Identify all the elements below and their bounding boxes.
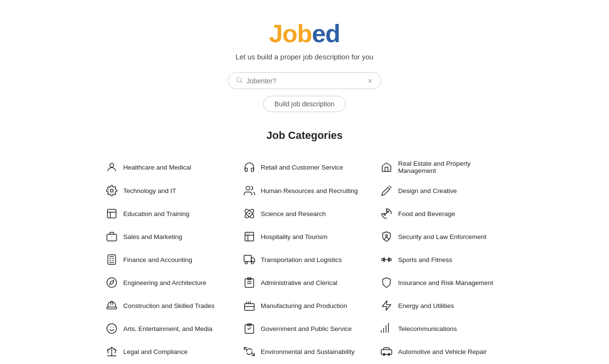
shield-icon xyxy=(380,276,393,289)
category-item-sales[interactable]: Sales and Marketing xyxy=(98,225,236,248)
hard-hat-icon xyxy=(105,299,118,312)
svg-rect-40 xyxy=(245,304,254,310)
svg-point-9 xyxy=(249,213,250,214)
category-item-government[interactable]: Government and Public Service xyxy=(236,317,374,340)
category-item-hr[interactable]: Human Resources and Recruiting xyxy=(236,179,374,202)
lightning-icon xyxy=(380,299,393,312)
svg-rect-51 xyxy=(381,350,392,354)
categories-title: Job Categories xyxy=(267,129,343,142)
clipboard-check-icon xyxy=(243,322,256,335)
book-icon xyxy=(105,207,118,220)
category-label-construction: Construction and Skilled Trades xyxy=(123,302,215,309)
category-item-engineering[interactable]: Engineering and Architecture xyxy=(98,271,236,294)
category-label-legal: Legal and Compliance xyxy=(123,348,187,355)
svg-point-28 xyxy=(251,262,254,264)
building-icon xyxy=(243,230,256,243)
truck-icon xyxy=(243,253,256,266)
logo: Jobed xyxy=(269,19,340,48)
gear-icon xyxy=(105,184,118,197)
category-item-arts[interactable]: Arts, Entertainment, and Media xyxy=(98,317,236,340)
category-item-design[interactable]: Design and Creative xyxy=(373,179,511,202)
category-label-engineering: Engineering and Architecture xyxy=(123,279,206,286)
clear-icon[interactable]: ✕ xyxy=(367,77,373,85)
dumbbell-icon xyxy=(380,253,393,266)
category-item-transport[interactable]: Transportation and Logistics xyxy=(236,248,374,271)
logo-bed: ed xyxy=(312,20,340,47)
category-item-energy[interactable]: Energy and Utilities xyxy=(373,294,511,317)
category-item-science[interactable]: Science and Research xyxy=(236,202,374,225)
svg-point-10 xyxy=(384,214,386,216)
category-label-government: Government and Public Service xyxy=(261,325,352,332)
search-input[interactable] xyxy=(246,77,367,85)
svg-point-34 xyxy=(107,278,117,287)
category-label-transport: Transportation and Logistics xyxy=(261,256,342,263)
category-label-science: Science and Research xyxy=(261,210,326,217)
signal-icon xyxy=(380,322,393,335)
svg-line-5 xyxy=(389,186,391,188)
svg-point-42 xyxy=(107,324,117,333)
build-description-button[interactable]: Build job description xyxy=(263,96,345,112)
atom-icon xyxy=(243,207,256,220)
compass-icon xyxy=(105,276,118,289)
search-bar: ✕ xyxy=(228,72,381,89)
svg-point-11 xyxy=(387,211,389,213)
category-label-security: Security and Law Enforcement xyxy=(398,233,486,240)
shield-person-icon xyxy=(380,230,393,243)
category-label-food: Food and Beverage xyxy=(398,210,455,217)
category-item-technology[interactable]: Technology and IT xyxy=(98,179,236,202)
svg-marker-35 xyxy=(110,281,114,284)
category-label-sales: Sales and Marketing xyxy=(123,233,182,240)
category-label-admin: Administrative and Clerical xyxy=(261,279,338,286)
category-label-energy: Energy and Utilities xyxy=(398,302,454,309)
category-label-realestate: Real Estate and Property Management xyxy=(398,160,504,174)
svg-rect-18 xyxy=(108,255,116,264)
house-icon xyxy=(380,160,393,174)
category-label-arts: Arts, Entertainment, and Media xyxy=(123,325,212,332)
svg-point-3 xyxy=(110,189,113,192)
category-item-insurance[interactable]: Insurance and Risk Management xyxy=(373,271,511,294)
calculator-icon xyxy=(105,253,118,266)
logo-job: Job xyxy=(269,20,312,47)
person-circle-icon xyxy=(105,160,118,174)
clipboard-icon xyxy=(243,276,256,289)
svg-rect-12 xyxy=(107,234,117,241)
category-label-manufacturing: Manufacturing and Production xyxy=(261,302,347,309)
category-item-finance[interactable]: Finance and Accounting xyxy=(98,248,236,271)
category-label-sports: Sports and Fitness xyxy=(398,256,452,263)
category-item-sports[interactable]: Sports and Fitness xyxy=(373,248,511,271)
svg-rect-25 xyxy=(244,255,251,262)
category-label-design: Design and Creative xyxy=(398,187,457,194)
car-icon xyxy=(380,345,393,358)
category-item-healthcare[interactable]: Healthcare and Medical xyxy=(98,155,236,179)
factory-icon xyxy=(243,299,256,312)
category-item-retail[interactable]: Retail and Customer Service xyxy=(236,155,374,179)
category-item-automotive[interactable]: Automotive and Vehicle Repair xyxy=(373,340,511,363)
category-item-realestate[interactable]: Real Estate and Property Management xyxy=(373,155,511,179)
recycle-icon xyxy=(243,345,256,358)
category-item-telecom[interactable]: Telecommunications xyxy=(373,317,511,340)
category-label-environment: Environmental and Sustainability xyxy=(261,348,355,355)
category-item-environment[interactable]: Environmental and Sustainability xyxy=(236,340,374,363)
scale-icon xyxy=(105,345,118,358)
subtitle: Let us build a proper job description fo… xyxy=(235,53,374,61)
pencil-icon xyxy=(380,184,393,197)
category-item-security[interactable]: Security and Law Enforcement xyxy=(373,225,511,248)
search-icon xyxy=(236,77,243,85)
category-label-insurance: Insurance and Risk Management xyxy=(398,279,493,286)
people-arrows-icon xyxy=(243,184,256,197)
category-item-food[interactable]: Food and Beverage xyxy=(373,202,511,225)
category-label-automotive: Automotive and Vehicle Repair xyxy=(398,348,487,355)
category-label-technology: Technology and IT xyxy=(123,187,176,194)
category-label-finance: Finance and Accounting xyxy=(123,256,192,263)
category-item-manufacturing[interactable]: Manufacturing and Production xyxy=(236,294,374,317)
category-label-hr: Human Resources and Recruiting xyxy=(261,187,358,194)
svg-point-17 xyxy=(386,235,387,237)
category-item-admin[interactable]: Administrative and Clerical xyxy=(236,271,374,294)
svg-line-1 xyxy=(241,81,242,83)
category-item-legal[interactable]: Legal and Compliance xyxy=(98,340,236,363)
category-item-construction[interactable]: Construction and Skilled Trades xyxy=(98,294,236,317)
svg-marker-26 xyxy=(251,258,255,262)
category-item-education[interactable]: Education and Training xyxy=(98,202,236,225)
category-item-hospitality[interactable]: Hospitality and Tourism xyxy=(236,225,374,248)
pizza-icon xyxy=(380,207,393,220)
